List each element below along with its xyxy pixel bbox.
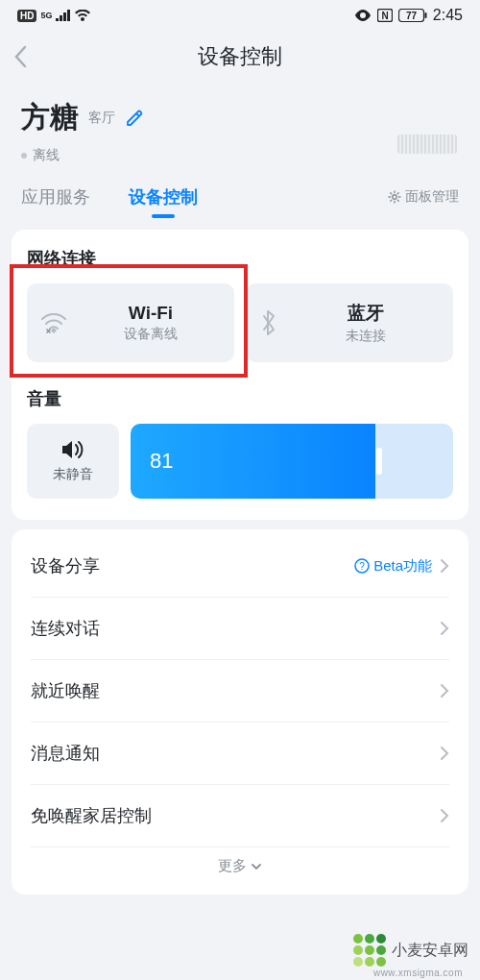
- svg-point-5: [393, 195, 396, 199]
- battery-icon: 77: [398, 9, 427, 22]
- svg-text:N: N: [381, 11, 388, 21]
- status-dot-icon: [21, 153, 27, 159]
- status-bar: HD 5G N 77 2:45: [0, 0, 480, 31]
- volume-value: 81: [150, 449, 173, 474]
- volume-slider[interactable]: 81: [131, 424, 453, 499]
- more-button[interactable]: 更多: [12, 847, 468, 889]
- chevron-right-icon: [440, 746, 449, 761]
- device-thumbnail: [397, 135, 457, 154]
- no-wake-label: 免唤醒家居控制: [31, 804, 440, 827]
- share-label: 设备分享: [31, 554, 354, 577]
- chevron-right-icon: [440, 808, 449, 823]
- page-title: 设备控制: [0, 42, 480, 71]
- edit-icon: [125, 109, 144, 128]
- more-label: 更多: [218, 857, 247, 875]
- wifi-off-icon: [40, 311, 67, 334]
- settings-card: 设备分享 ? Beta功能 连续对话 就近唤醒 消息通知 免唤醒家居控制 更多: [12, 529, 468, 894]
- chevron-right-icon: [440, 621, 449, 636]
- panel-mgmt-label: 面板管理: [405, 188, 459, 206]
- beta-text: Beta功能: [373, 557, 432, 576]
- network-card: 网络连接 Wi-Fi 设备离线 蓝牙 未连接 音量: [12, 230, 468, 520]
- watermark-brand: 小麦安卓网: [392, 941, 468, 961]
- tabs: 应用服务 设备控制 面板管理: [0, 172, 480, 220]
- tab-app-service[interactable]: 应用服务: [21, 185, 90, 208]
- svg-text:77: 77: [406, 11, 418, 21]
- beta-badge: ? Beta功能: [354, 557, 432, 576]
- svg-text:?: ?: [359, 561, 365, 572]
- hd-badge: HD: [17, 10, 36, 22]
- bluetooth-tile[interactable]: 蓝牙 未连接: [246, 283, 453, 362]
- device-name: 方糖: [21, 98, 79, 137]
- status-right: N 77 2:45: [354, 7, 463, 24]
- logo-icon: [353, 934, 386, 967]
- slider-thumb[interactable]: [376, 448, 382, 475]
- bt-sub: 未连接: [292, 328, 440, 345]
- wifi-label: Wi-Fi: [81, 303, 221, 324]
- row-notify[interactable]: 消息通知: [12, 723, 468, 784]
- mute-tile[interactable]: 未静音: [27, 424, 119, 499]
- nav-header: 设备控制: [0, 31, 480, 83]
- bt-label: 蓝牙: [292, 301, 440, 326]
- gear-icon: [388, 190, 401, 204]
- watermark: 小麦安卓网: [353, 934, 468, 967]
- device-status: 离线: [21, 147, 459, 164]
- room-tag: 客厅: [88, 110, 115, 127]
- row-device-share[interactable]: 设备分享 ? Beta功能: [12, 535, 468, 597]
- clock: 2:45: [433, 7, 463, 24]
- nearby-label: 就近唤醒: [31, 679, 440, 702]
- nfc-icon: N: [377, 9, 393, 22]
- mute-label: 未静音: [53, 466, 93, 483]
- wifi-tile[interactable]: Wi-Fi 设备离线: [27, 283, 234, 362]
- speaker-icon: [60, 439, 85, 460]
- continuous-label: 连续对话: [31, 617, 440, 640]
- edit-button[interactable]: [125, 109, 144, 128]
- wifi-icon: [75, 10, 90, 21]
- svg-rect-3: [424, 12, 426, 18]
- panel-management-button[interactable]: 面板管理: [388, 188, 459, 206]
- row-no-wake-control[interactable]: 免唤醒家居控制: [12, 785, 468, 846]
- chevron-left-icon: [13, 45, 27, 68]
- network-section-title: 网络连接: [27, 247, 453, 270]
- notify-label: 消息通知: [31, 742, 440, 765]
- row-continuous-dialog[interactable]: 连续对话: [12, 598, 468, 659]
- tab-device-control[interactable]: 设备控制: [129, 185, 198, 208]
- watermark-url: www.xmsigma.com: [373, 968, 463, 978]
- network-indicator: 5G: [40, 11, 52, 20]
- volume-section-title: 音量: [27, 387, 453, 410]
- signal-icon: [56, 10, 71, 21]
- chevron-right-icon: [440, 558, 449, 574]
- status-left: HD 5G: [17, 10, 90, 22]
- device-header: 方糖 客厅 离线: [0, 83, 480, 172]
- bluetooth-icon: [259, 309, 278, 336]
- wifi-sub: 设备离线: [81, 326, 221, 343]
- eye-icon: [354, 10, 372, 21]
- back-button[interactable]: [13, 45, 27, 68]
- chevron-down-icon: [251, 863, 262, 870]
- device-status-text: 离线: [33, 147, 60, 164]
- chevron-right-icon: [440, 683, 449, 698]
- info-icon: ?: [354, 558, 370, 574]
- row-nearby-wake[interactable]: 就近唤醒: [12, 660, 468, 722]
